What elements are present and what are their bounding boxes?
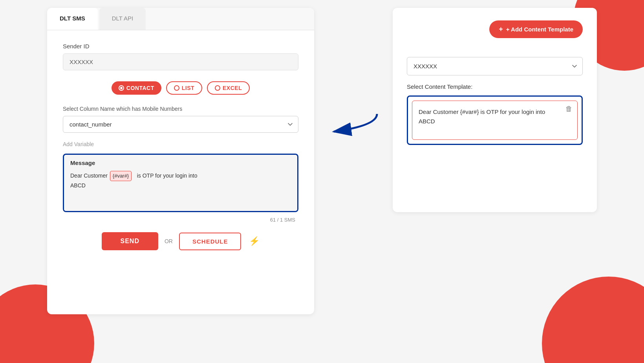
column-select-label: Select Column Name which has Mobile Numb… <box>63 106 298 112</box>
lightning-icon[interactable]: ⚡ <box>249 236 260 246</box>
radio-contact[interactable]: CONTACT <box>112 81 161 95</box>
template-dropdown[interactable]: XXXXXX <box>407 57 583 75</box>
plus-icon: + <box>499 25 503 33</box>
radio-dot-excel <box>215 85 220 91</box>
add-template-row: + + Add Content Template <box>407 20 583 49</box>
content-template-outer: 🗑 Dear Customer {#var#} is OTP for your … <box>407 95 583 145</box>
radio-excel-label: EXCEL <box>223 85 242 91</box>
arrow-area <box>326 110 381 141</box>
radio-options-row: CONTACT LIST EXCEL <box>63 81 298 95</box>
radio-excel[interactable]: EXCEL <box>207 81 250 95</box>
message-count: 61 / 1 SMS <box>63 215 298 223</box>
tab-dlt-sms[interactable]: DLT SMS <box>47 8 98 30</box>
add-variable-link[interactable]: Add Variable <box>63 141 94 147</box>
right-panel: + + Add Content Template XXXXXX Select C… <box>393 8 597 212</box>
message-content[interactable]: Dear Customer {#var#} is OTP for your lo… <box>64 168 297 211</box>
add-template-button[interactable]: + + Add Content Template <box>489 20 583 38</box>
left-panel: DLT SMS DLT API Sender ID CONTACT LIST <box>47 8 314 314</box>
tab-dlt-api[interactable]: DLT API <box>99 8 146 30</box>
radio-list[interactable]: LIST <box>166 81 202 95</box>
radio-list-label: LIST <box>182 85 194 91</box>
or-label: OR <box>165 238 173 244</box>
radio-contact-label: CONTACT <box>126 85 154 91</box>
content-template-inner: 🗑 Dear Customer {#var#} is OTP for your … <box>412 101 578 140</box>
panel-body: Sender ID CONTACT LIST EXCEL Select Colu <box>47 30 314 266</box>
schedule-button[interactable]: SCHEDULE <box>179 233 242 250</box>
message-box-header: Message <box>64 155 297 168</box>
template-text: Dear Customer {#var#} is OTP for your lo… <box>419 107 571 126</box>
radio-dot-list <box>174 85 179 91</box>
arrow-svg <box>326 110 381 141</box>
var-tag: {#var#} <box>110 171 132 181</box>
radio-dot-contact <box>119 85 124 91</box>
message-box-wrapper: Message Dear Customer {#var#} is OTP for… <box>63 154 298 212</box>
column-select[interactable]: contact_number <box>63 116 298 133</box>
add-template-label: + Add Content Template <box>506 26 573 33</box>
trash-icon[interactable]: 🗑 <box>565 105 573 113</box>
tab-bar: DLT SMS DLT API <box>47 8 314 30</box>
select-content-label: Select Content Template: <box>407 83 583 90</box>
main-layout: DLT SMS DLT API Sender ID CONTACT LIST <box>47 8 597 314</box>
sender-id-input[interactable] <box>63 53 298 70</box>
send-button[interactable]: SEND <box>102 232 158 250</box>
bottom-actions: SEND OR SCHEDULE ⚡ <box>63 232 298 250</box>
sender-id-label: Sender ID <box>63 43 298 50</box>
